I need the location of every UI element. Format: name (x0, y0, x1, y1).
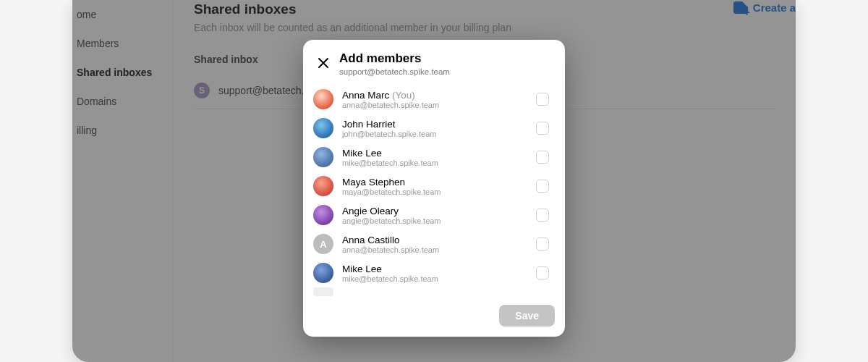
close-button[interactable] (313, 53, 333, 73)
member-email: anna@betatech.spike.team (342, 101, 527, 109)
avatar (313, 263, 333, 283)
modal-subtitle: support@betatech.spike.team (339, 67, 450, 76)
member-email: anna@betatech.spike.team (342, 245, 527, 254)
member-name: Anna Marc (You) (342, 90, 527, 101)
member-info: Angie Oleary angie@betatech.spike.team (342, 206, 527, 225)
add-members-modal: Add members support@betatech.spike.team … (303, 40, 565, 337)
member-checkbox[interactable] (536, 151, 549, 164)
avatar (313, 118, 333, 138)
avatar (313, 176, 333, 196)
member-info: Anna Castillo anna@betatech.spike.team (342, 235, 527, 254)
member-name: Maya Stephen (342, 177, 527, 188)
member-info: Maya Stephen maya@betatech.spike.team (342, 177, 527, 196)
member-row[interactable]: Anna Marc (You)anna@betatech.spike.team (313, 85, 558, 114)
member-email: mike@betatech.spike.team (342, 274, 527, 283)
member-checkbox[interactable] (536, 93, 549, 106)
avatar: A (313, 234, 333, 254)
member-checkbox[interactable] (536, 180, 549, 193)
member-info: Mike Lee mike@betatech.spike.team (342, 264, 527, 283)
member-name: Mike Lee (342, 148, 527, 159)
member-name: Anna Castillo (342, 235, 527, 245)
member-info: Anna Marc (You)anna@betatech.spike.team (342, 90, 527, 109)
member-row[interactable]: Mike Lee mike@betatech.spike.team (313, 143, 558, 172)
modal-title-block: Add members support@betatech.spike.team (339, 51, 450, 76)
modal-header: Add members support@betatech.spike.team (303, 40, 565, 83)
modal-title: Add members (339, 51, 450, 66)
member-row[interactable] (313, 287, 558, 296)
you-tag: (You) (392, 90, 415, 101)
member-name: Angie Oleary (342, 206, 527, 216)
avatar (313, 205, 333, 225)
member-email: angie@betatech.spike.team (342, 216, 527, 225)
member-checkbox[interactable] (536, 266, 549, 279)
avatar (313, 287, 333, 296)
save-button[interactable]: Save (499, 305, 555, 327)
member-row[interactable]: AAnna Castillo anna@betatech.spike.team (313, 230, 558, 258)
member-checkbox[interactable] (536, 237, 549, 251)
member-checkbox[interactable] (536, 209, 549, 222)
member-row[interactable]: Angie Oleary angie@betatech.spike.team (313, 201, 558, 230)
member-name: Mike Lee (342, 264, 527, 274)
avatar (313, 89, 333, 109)
member-row[interactable]: Mike Lee mike@betatech.spike.team (313, 258, 558, 287)
member-info: Mike Lee mike@betatech.spike.team (342, 148, 527, 167)
member-email: john@betatech.spike.team (342, 130, 527, 138)
member-row[interactable]: Maya Stephen maya@betatech.spike.team (313, 172, 558, 201)
member-list[interactable]: Anna Marc (You)anna@betatech.spike.teamJ… (303, 83, 565, 298)
app-window: ome Members Shared inboxes Domains illin… (72, 0, 796, 362)
member-checkbox[interactable] (536, 122, 549, 135)
member-email: maya@betatech.spike.team (342, 188, 527, 196)
member-name: John Harriet (342, 119, 527, 130)
member-info: John Harriet john@betatech.spike.team (342, 119, 527, 138)
modal-footer: Save (303, 298, 565, 337)
close-icon (318, 57, 329, 69)
avatar (313, 147, 333, 167)
member-row[interactable]: John Harriet john@betatech.spike.team (313, 114, 558, 143)
member-email: mike@betatech.spike.team (342, 159, 527, 167)
